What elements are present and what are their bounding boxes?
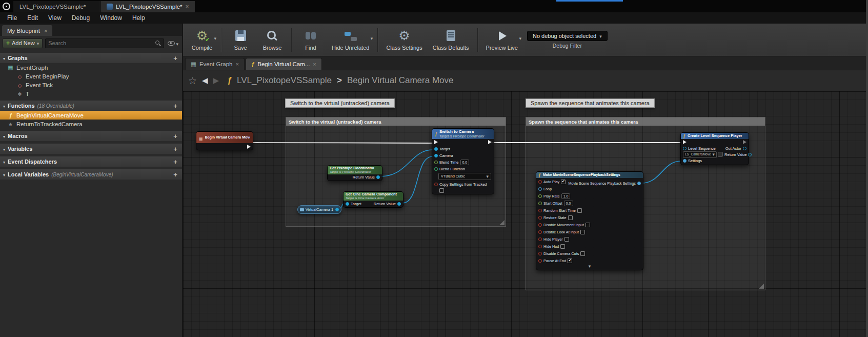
close-tab-icon[interactable]: [313, 61, 316, 67]
function-tree-item[interactable]: BeginVirtualCameraMove: [0, 111, 182, 120]
copy-settings-pin[interactable]: [434, 183, 438, 186]
search-box[interactable]: [45, 38, 164, 48]
exec-out-pin[interactable]: [247, 145, 251, 149]
settings-out-pin[interactable]: [637, 182, 641, 185]
level-sequence-pin[interactable]: [683, 147, 687, 150]
exec-in-pin[interactable]: [434, 140, 438, 144]
settings-pin[interactable]: [683, 159, 687, 163]
graph-tree-item[interactable]: Event Tick: [0, 81, 182, 89]
input-pin[interactable]: [538, 223, 542, 227]
back-arrow-icon[interactable]: [202, 76, 208, 85]
section-header-macros[interactable]: Macros: [0, 131, 182, 141]
out-actor-pin[interactable]: [743, 147, 746, 150]
chevron-down-icon[interactable]: [519, 36, 521, 41]
input-pin[interactable]: [538, 245, 542, 248]
menu-item[interactable]: File: [2, 12, 22, 24]
target-pin[interactable]: [434, 147, 438, 151]
data-wire-settings-to-create[interactable]: [641, 161, 681, 183]
forward-arrow-icon[interactable]: [213, 76, 219, 85]
pin-checkbox[interactable]: [561, 180, 566, 184]
exec-out-pin[interactable]: [743, 140, 746, 144]
compile-button[interactable]: Compile: [187, 26, 217, 54]
find-button[interactable]: Find: [296, 26, 326, 54]
pin-checkbox[interactable]: [560, 244, 565, 249]
blend-time-value[interactable]: 0.0: [460, 160, 470, 165]
section-header-graphs[interactable]: Graphs: [0, 53, 182, 63]
return-value-pin[interactable]: [376, 175, 380, 179]
section-header-functions[interactable]: Functions (18 Overridable): [0, 101, 182, 111]
node-make-playback-settings[interactable]: Make MovieSceneSequencePlaybackSettings …: [536, 171, 643, 270]
input-pin[interactable]: [538, 202, 542, 205]
node-get-pixotope-coordinator[interactable]: Get Pixotope Coordinator Target is Pixot…: [327, 165, 382, 181]
blend-function-select[interactable]: VTBlend Cubic: [438, 173, 491, 180]
blend-time-pin[interactable]: [434, 161, 438, 164]
add-function-button[interactable]: [172, 102, 179, 110]
exec-wire-entry-to-switch[interactable]: [253, 143, 433, 143]
pin-value[interactable]: 0.0: [564, 201, 573, 206]
input-pin[interactable]: [538, 259, 542, 263]
function-tree-item[interactable]: ReturnToTrackedCamera: [0, 120, 182, 128]
pin-checkbox[interactable]: [568, 215, 573, 220]
menu-item[interactable]: Window: [95, 12, 127, 24]
add-dispatcher-button[interactable]: [172, 158, 179, 166]
return-value-pin[interactable]: [397, 202, 401, 206]
graph-tree-item[interactable]: T: [0, 89, 182, 98]
expand-arrow-icon[interactable]: [536, 264, 643, 269]
close-panel-icon[interactable]: [44, 28, 47, 34]
input-pin[interactable]: [538, 209, 542, 212]
close-tab-icon[interactable]: [186, 3, 189, 10]
close-tab-icon[interactable]: [235, 61, 238, 67]
browse-asset-button[interactable]: [718, 152, 723, 157]
add-local-variable-button[interactable]: [172, 171, 179, 179]
target-pin[interactable]: [346, 202, 349, 206]
pin-checkbox[interactable]: [577, 208, 582, 213]
pin-checkbox[interactable]: [568, 259, 572, 263]
section-header-variables[interactable]: Variables: [0, 144, 182, 154]
class-defaults-button[interactable]: Class Defaults: [429, 26, 473, 54]
input-pin[interactable]: [538, 194, 542, 198]
window-tab-active[interactable]: LVL_PixotopeVSSample*: [100, 1, 196, 12]
graph-tree-item[interactable]: EventGraph: [0, 63, 182, 72]
search-input[interactable]: [48, 40, 155, 46]
tab-event-graph[interactable]: Event Graph: [185, 58, 245, 70]
my-blueprint-tab[interactable]: My Blueprint: [2, 25, 52, 36]
tab-begin-virtual-camera[interactable]: Begin Virtual Cam...: [246, 58, 322, 70]
hide-unrelated-button[interactable]: Hide Unrelated: [328, 26, 373, 54]
camera-pin[interactable]: [434, 154, 438, 157]
menu-item[interactable]: Edit: [22, 12, 43, 24]
add-macro-button[interactable]: [172, 132, 179, 140]
input-pin[interactable]: [538, 216, 542, 220]
input-pin[interactable]: [538, 187, 542, 191]
node-switch-to-camera[interactable]: Switch to Camera Target is Pixotope Coor…: [432, 128, 494, 194]
chevron-down-icon[interactable]: [214, 36, 216, 41]
pin-value[interactable]: 1.0: [561, 193, 571, 199]
menu-item[interactable]: View: [43, 12, 67, 24]
bookmark-star-icon[interactable]: [188, 75, 197, 87]
blend-function-pin[interactable]: [434, 167, 438, 171]
input-pin[interactable]: [538, 180, 542, 184]
window-tab-inactive[interactable]: LVL_PixotopeVSSample*: [13, 1, 100, 12]
browse-button[interactable]: Browse: [257, 26, 287, 54]
pin-checkbox[interactable]: [580, 230, 585, 234]
menu-item[interactable]: Debug: [67, 12, 95, 24]
data-wire-cinecamera-to-camera[interactable]: [402, 156, 433, 203]
input-pin[interactable]: [538, 237, 542, 241]
view-options-button[interactable]: [167, 38, 179, 48]
input-pin[interactable]: [538, 252, 542, 255]
save-button[interactable]: Save: [226, 26, 255, 54]
menu-item[interactable]: Help: [127, 12, 150, 24]
return-value-pin[interactable]: [748, 153, 752, 156]
exec-in-pin[interactable]: [683, 140, 687, 144]
node-virtual-camera-variable[interactable]: VirtualCamera 1: [297, 205, 341, 214]
node-create-level-sequence-player[interactable]: Create Level Sequence Player Level Seque…: [680, 132, 749, 165]
copy-settings-checkbox[interactable]: [439, 188, 444, 193]
graph-tree-item[interactable]: Event BeginPlay: [0, 72, 182, 81]
section-header-local-variables[interactable]: Local Variables (BeginVirtualCameraMove): [0, 169, 182, 180]
node-get-cine-camera-component[interactable]: Get Cine Camera Component Target is Cine…: [343, 191, 403, 208]
data-wire-coordinator-to-target[interactable]: [380, 150, 433, 176]
variable-out-pin[interactable]: [335, 208, 339, 211]
pin-checkbox[interactable]: [586, 223, 590, 227]
breadcrumb-root[interactable]: LVL_PixotopeVSSample: [237, 75, 332, 86]
class-settings-button[interactable]: Class Settings: [382, 26, 426, 54]
asset-picker[interactable]: LS_CameraMove: [683, 151, 723, 158]
